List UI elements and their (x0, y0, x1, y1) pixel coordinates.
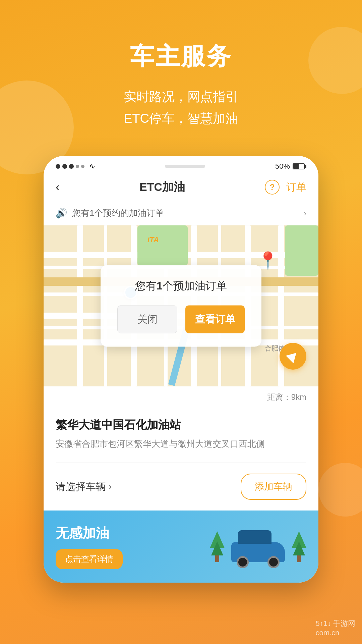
battery-percent: 50% (275, 162, 290, 171)
signal-area: ∿ (56, 162, 95, 171)
popup-buttons: 关闭 查看订单 (117, 306, 245, 333)
notification-content: 🔊 您有1个预约的加油订单 (56, 207, 164, 219)
bottom-banner: 无感加油 点击查看详情 (44, 511, 318, 583)
signal-dot-3 (69, 164, 74, 169)
signal-dot-5 (81, 165, 84, 168)
watermark: 5↑1↓ 手游网com.cn (315, 619, 355, 637)
destination-pin: 📍 (257, 252, 278, 269)
notch (165, 165, 205, 168)
location-nav-button[interactable] (280, 343, 306, 370)
car-body (231, 542, 285, 562)
vehicle-select-label[interactable]: 请选择车辆 › (56, 480, 112, 494)
nav-title: ETC加油 (139, 179, 185, 195)
car-wheel-front (267, 556, 280, 568)
tree-top-2 (293, 541, 305, 555)
battery-icon (293, 163, 306, 169)
signal-dot-2 (62, 164, 67, 169)
page-subtitle: 实时路况，网点指引 ETC停车，智慧加油 (20, 86, 342, 129)
banner-detail-button[interactable]: 点击查看详情 (56, 549, 123, 569)
navigation-arrow-icon (286, 349, 300, 363)
map-road (77, 225, 83, 386)
distance-row: 距离：9km (44, 386, 318, 405)
status-bar: ∿ 50% (44, 156, 318, 173)
battery-area: 50% (275, 162, 306, 171)
map-ita-label: iTA (147, 235, 159, 244)
back-button[interactable]: ‹ (56, 180, 60, 194)
banner-content: 无感加油 点击查看详情 (56, 524, 123, 569)
help-button[interactable]: ? (265, 180, 280, 195)
map-area: iTA 合肥体育 📍 您有1个预加油订单 关闭 查看订单 (44, 225, 318, 386)
car-illustration (231, 535, 285, 562)
phone-frame: ∿ 50% ‹ ETC加油 ? 订单 (44, 156, 318, 583)
tree-trunk (297, 555, 301, 562)
notification-text: 您有1个预约的加油订单 (72, 207, 164, 219)
tree-icon-1 (210, 531, 225, 562)
station-name: 繁华大道中国石化加油站 (56, 417, 306, 433)
banner-title: 无感加油 (56, 524, 123, 542)
vehicle-select-row: 请选择车辆 › 添加车辆 (44, 463, 318, 511)
phone-wrapper: ∿ 50% ‹ ETC加油 ? 订单 (0, 149, 362, 583)
page-title: 车主服务 (20, 40, 342, 72)
tree-top-2 (211, 541, 223, 555)
car-top (238, 530, 272, 544)
map-background: iTA 合肥体育 📍 您有1个预加油订单 关闭 查看订单 (44, 225, 318, 386)
station-address: 安徽省合肥市包河区繁华大道与徽州大道交叉口西北侧 (56, 437, 306, 450)
signal-dot-4 (76, 165, 79, 168)
map-park (285, 225, 318, 276)
close-button[interactable]: 关闭 (117, 306, 177, 333)
nav-right-actions: ? 订单 (265, 180, 306, 195)
speaker-icon: 🔊 (56, 208, 67, 219)
view-order-button[interactable]: 查看订单 (185, 306, 245, 333)
popup-title: 您有1个预加油订单 (117, 279, 245, 293)
map-popup: 您有1个预加油订单 关闭 查看订单 (101, 265, 261, 347)
map-park (137, 225, 188, 266)
nav-bar: ‹ ETC加油 ? 订单 (44, 173, 318, 201)
distance-label: 距离：9km (267, 392, 306, 402)
header-section: 车主服务 实时路况，网点指引 ETC停车，智慧加油 (0, 0, 362, 149)
car-wheel-rear (237, 556, 249, 568)
tree-icon-2 (292, 531, 306, 562)
notification-arrow: › (304, 209, 306, 218)
station-info: 繁华大道中国石化加油站 安徽省合肥市包河区繁华大道与徽州大道交叉口西北侧 (44, 405, 318, 463)
signal-dot-1 (56, 164, 60, 169)
order-button[interactable]: 订单 (286, 180, 306, 194)
wifi-icon: ∿ (89, 162, 95, 171)
add-vehicle-button[interactable]: 添加车辆 (241, 474, 306, 500)
notification-bar[interactable]: 🔊 您有1个预约的加油订单 › (44, 201, 318, 225)
tree-trunk (215, 555, 219, 562)
banner-illustration (206, 531, 306, 562)
